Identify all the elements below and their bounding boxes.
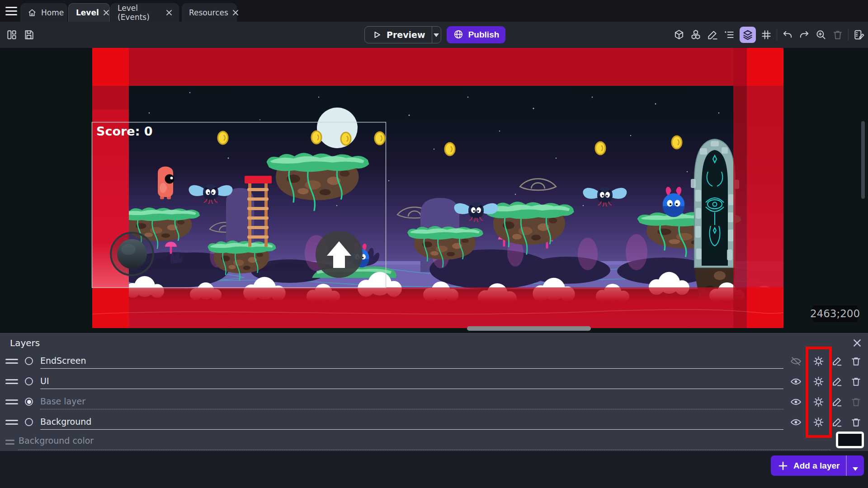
object-cube-icon[interactable] xyxy=(673,28,685,41)
tab-label: Resources xyxy=(189,8,228,17)
scene-canvas[interactable]: Score: 0 2463;200 xyxy=(0,48,868,333)
close-icon[interactable] xyxy=(852,338,863,349)
object-groups-icon[interactable] xyxy=(689,28,702,41)
plus-icon xyxy=(778,461,788,471)
redo-icon[interactable] xyxy=(798,28,811,41)
scene-properties-icon[interactable] xyxy=(853,28,865,41)
lighting-sun-icon[interactable] xyxy=(812,355,825,367)
visibility-eye-icon[interactable] xyxy=(789,416,802,428)
layer-row: Background xyxy=(0,413,868,431)
tab-label: Level (Events) xyxy=(118,4,162,22)
add-layer-label: Add a layer xyxy=(793,461,840,471)
edit-scene-icon[interactable] xyxy=(706,28,719,41)
tab-level-events[interactable]: Level (Events) xyxy=(110,3,179,22)
preview-dropdown-icon[interactable] xyxy=(432,30,441,40)
publish-label: Publish xyxy=(468,30,500,40)
close-icon[interactable] xyxy=(233,10,238,15)
visibility-eye-icon[interactable] xyxy=(789,375,802,388)
visibility-off-icon[interactable] xyxy=(789,355,802,367)
drag-handle-icon[interactable] xyxy=(5,398,18,405)
layer-select-radio[interactable] xyxy=(25,377,33,385)
coordinates-badge: 2463;200 xyxy=(810,305,860,322)
drag-handle-icon[interactable] xyxy=(5,378,18,385)
layer-name-field[interactable]: EndScreen xyxy=(40,353,783,369)
background-color-swatch[interactable] xyxy=(836,432,864,448)
drag-handle-icon xyxy=(5,438,14,446)
lighting-sun-icon[interactable] xyxy=(812,416,825,428)
lighting-sun-icon[interactable] xyxy=(812,395,825,408)
level-render: Score: 0 2463;200 xyxy=(0,48,868,333)
horizontal-scrollbar[interactable] xyxy=(467,326,591,331)
trash-icon[interactable] xyxy=(849,355,862,367)
score-text-object[interactable]: Score: 0 xyxy=(96,124,153,138)
globe-icon xyxy=(453,29,464,41)
layer-select-radio[interactable] xyxy=(25,357,33,365)
layer-row: Base layer xyxy=(0,393,868,411)
main-menu-icon[interactable] xyxy=(5,4,21,18)
joystick-object[interactable] xyxy=(111,233,153,275)
drag-handle-icon[interactable] xyxy=(5,357,18,365)
edit-pencil-icon[interactable] xyxy=(830,416,843,428)
lighting-sun-icon[interactable] xyxy=(812,375,825,388)
layers-panel: Layers EndScreen UI Base layer Backgroun… xyxy=(0,333,868,451)
arch-portal xyxy=(691,139,739,267)
layer-select-radio[interactable] xyxy=(25,398,33,406)
preview-button[interactable]: Preview xyxy=(364,26,441,43)
play-icon xyxy=(371,29,382,40)
trash-icon[interactable] xyxy=(831,28,844,41)
tab-label: Level xyxy=(76,8,99,17)
publish-button[interactable]: Publish xyxy=(447,26,505,43)
layer-name-field[interactable]: Base layer xyxy=(40,394,783,409)
tab-home[interactable]: Home xyxy=(20,3,67,22)
panel-title: Layers xyxy=(10,338,40,348)
grid-icon[interactable] xyxy=(760,28,773,41)
background-color-underline xyxy=(18,450,830,450)
background-color-label: Background color xyxy=(19,436,94,446)
tab-resources[interactable]: Resources xyxy=(182,3,237,22)
layer-select-radio[interactable] xyxy=(25,418,33,426)
trash-icon[interactable] xyxy=(849,416,862,428)
layer-row: UI xyxy=(0,372,868,390)
svg-text:2463;200: 2463;200 xyxy=(810,308,860,319)
close-icon[interactable] xyxy=(166,10,172,15)
tab-label: Home xyxy=(41,8,64,17)
save-icon[interactable] xyxy=(23,28,35,41)
instances-list-icon[interactable] xyxy=(723,28,736,41)
home-icon xyxy=(28,8,37,17)
toolbar: Preview Publish xyxy=(0,22,868,48)
edit-pencil-icon[interactable] xyxy=(830,375,843,388)
tab-level[interactable]: Level xyxy=(68,3,110,22)
undo-icon[interactable] xyxy=(781,28,794,41)
preview-label: Preview xyxy=(387,30,425,40)
moon xyxy=(317,108,358,148)
layer-row: EndScreen xyxy=(0,352,868,370)
layer-name-field[interactable]: UI xyxy=(40,373,783,389)
visibility-eye-icon[interactable] xyxy=(789,395,802,408)
drag-handle-icon[interactable] xyxy=(5,418,18,426)
background-color-row: Background color xyxy=(0,434,868,450)
tab-bar: Home Level Level (Events) Resources xyxy=(0,0,868,22)
trash-icon[interactable] xyxy=(849,375,862,388)
layer-name-field[interactable]: Background xyxy=(40,414,783,430)
trash-icon xyxy=(849,395,862,408)
layers-icon[interactable] xyxy=(740,27,756,43)
vertical-scrollbar[interactable] xyxy=(861,121,865,199)
zoom-in-icon[interactable] xyxy=(815,28,827,41)
edit-pencil-icon[interactable] xyxy=(830,395,843,408)
edit-pencil-icon[interactable] xyxy=(830,355,843,367)
add-layer-button[interactable]: Add a layer xyxy=(771,455,864,476)
add-layer-dropdown-icon[interactable] xyxy=(847,458,864,474)
close-icon[interactable] xyxy=(104,10,109,15)
jump-button-object[interactable] xyxy=(316,231,363,278)
player-character xyxy=(158,167,175,200)
panels-icon[interactable] xyxy=(5,28,18,41)
